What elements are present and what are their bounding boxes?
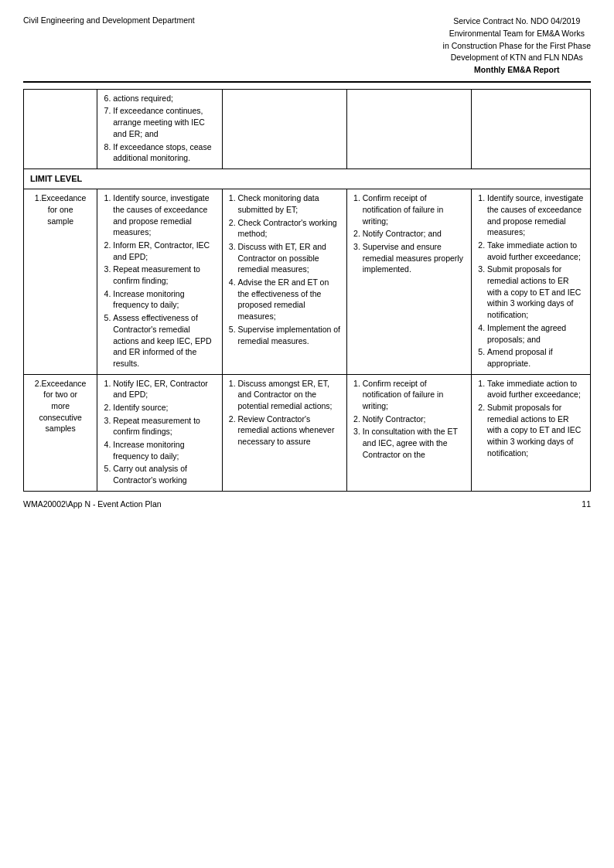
list-item: Take immediate action to avoid further e… xyxy=(487,240,585,262)
list-item: Review Contractor's remedial actions whe… xyxy=(238,414,342,448)
list-item: Implement the agreed proposals; and xyxy=(487,322,585,345)
main-table: actions required; If exceedance continue… xyxy=(23,89,591,492)
et-col-2: Discuss amongst ER, ET, and Contractor o… xyxy=(222,374,346,491)
et-col-1: Check monitoring data submitted by ET; C… xyxy=(222,189,346,374)
contractor-col-1: Identify source, investigate the causes … xyxy=(97,189,222,374)
list-item: Increase monitoring frequency to daily; xyxy=(113,288,217,311)
er-list-1: Identify source, investigate the causes … xyxy=(476,192,585,369)
exceedance-label-2: 2.Exceedancefor two ormoreconsecutivesam… xyxy=(24,374,97,491)
table-row: actions required; If exceedance continue… xyxy=(24,89,591,168)
et-list-1: Check monitoring data submitted by ET; C… xyxy=(227,192,342,346)
list-item: Notify Contractor; xyxy=(363,414,466,425)
list-item: Submit proposals for remedial actions to… xyxy=(487,402,585,458)
list-item: If exceedance stops, cease additional mo… xyxy=(113,141,217,164)
iec-list-2: Confirm receipt of notification of failu… xyxy=(352,378,466,461)
list-item: Notify IEC, ER, Contractor and EPD; xyxy=(113,378,217,400)
er-list-2: Take immediate action to avoid further e… xyxy=(476,378,585,459)
contractor-col-2: Notify IEC, ER, Contractor and EPD; Iden… xyxy=(97,374,222,491)
et-list-2: Discuss amongst ER, ET, and Contractor o… xyxy=(227,378,342,448)
footer-left: WMA20002\App N - Event Action Plan xyxy=(23,499,162,509)
list-item: Assess effectiveness of Contractor's rem… xyxy=(113,312,217,369)
list-item: Increase monitoring frequency to daily; xyxy=(113,439,217,461)
list-item: Inform ER, Contractor, IEC and EPD; xyxy=(113,240,217,262)
limit-level-header: LIMIT LEVEL xyxy=(24,168,591,189)
list-item: Notify Contractor; and xyxy=(363,228,466,240)
exceedance-label-1: 1.Exceedancefor onesample xyxy=(24,189,97,374)
list-item: Amend proposal if appropriate. xyxy=(487,346,585,369)
list-item: Submit proposals for remedial actions to… xyxy=(487,264,585,320)
iec-col-2: Confirm receipt of notification of failu… xyxy=(346,374,471,491)
list-item: If exceedance continues, arrange meeting… xyxy=(113,105,217,139)
list-item: Confirm receipt of notification of failu… xyxy=(363,378,466,412)
limit-level-row: LIMIT LEVEL xyxy=(24,168,591,189)
contractor-list-2: Notify IEC, ER, Contractor and EPD; Iden… xyxy=(102,378,217,486)
list-item: Repeat measurement to confirm findings; xyxy=(113,415,217,437)
list-item: Discuss amongst ER, ET, and Contractor o… xyxy=(238,378,342,412)
table-row-1: 1.Exceedancefor onesample Identify sourc… xyxy=(24,189,591,374)
table-row-2: 2.Exceedancefor two ormoreconsecutivesam… xyxy=(24,374,591,491)
list-item: actions required; xyxy=(113,93,217,104)
iec-col-1: Confirm receipt of notification of failu… xyxy=(346,189,471,374)
footer-page: 11 xyxy=(582,499,591,509)
page-footer: WMA20002\App N - Event Action Plan 11 xyxy=(23,499,591,509)
er-col-2: Take immediate action to avoid further e… xyxy=(472,374,591,491)
header-divider xyxy=(23,81,591,83)
list-item: Identify source; xyxy=(113,402,217,414)
list-item: In consultation with the ET and IEC, agr… xyxy=(363,426,466,460)
list-item: Check monitoring data submitted by ET; xyxy=(238,192,342,215)
list-item: Identify source, investigate the causes … xyxy=(487,192,585,238)
page-header: Civil Engineering and Development Depart… xyxy=(23,15,591,77)
er-col-1: Identify source, investigate the causes … xyxy=(472,189,591,374)
prev-contractor-list: actions required; If exceedance continue… xyxy=(102,93,217,164)
list-item: Confirm receipt of notification of failu… xyxy=(363,192,466,226)
contractor-list-1: Identify source, investigate the causes … xyxy=(102,192,217,369)
header-left: Civil Engineering and Development Depart… xyxy=(23,15,195,25)
list-item: Repeat measurement to confirm finding; xyxy=(113,264,217,286)
list-item: Supervise and ensure remedial measures p… xyxy=(363,241,466,275)
list-item: Advise the ER and ET on the effectivenes… xyxy=(238,277,342,322)
iec-list-1: Confirm receipt of notification of failu… xyxy=(352,192,466,275)
list-item: Take immediate action to avoid further e… xyxy=(487,378,585,400)
list-item: Identify source, investigate the causes … xyxy=(113,192,217,238)
list-item: Carry out analysis of Contractor's worki… xyxy=(113,463,217,485)
list-item: Check Contractor's working method; xyxy=(238,217,342,240)
list-item: Supervise implementation of remedial mea… xyxy=(238,324,342,346)
list-item: Discuss with ET, ER and Contractor on po… xyxy=(238,241,342,275)
header-right: Service Contract No. NDO 04/2019 Environ… xyxy=(443,15,591,77)
